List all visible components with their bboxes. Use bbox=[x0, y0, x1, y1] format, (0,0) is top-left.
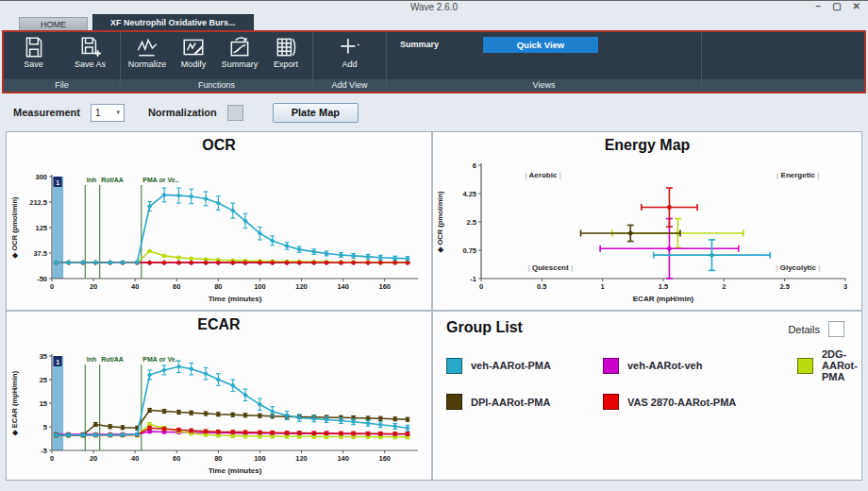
view-summary-button[interactable]: Summary bbox=[400, 40, 439, 49]
normalize-button[interactable]: Normalize bbox=[125, 35, 169, 69]
normalize-icon bbox=[135, 35, 159, 59]
ribbon-group-views: Summary Quick View Views bbox=[387, 32, 702, 92]
svg-text:160: 160 bbox=[378, 454, 391, 463]
svg-text:80: 80 bbox=[214, 282, 222, 291]
export-button[interactable]: Export bbox=[264, 35, 308, 69]
svg-text:40: 40 bbox=[131, 454, 139, 463]
save-label: Save bbox=[24, 59, 43, 69]
svg-text:PMA or Ve..: PMA or Ve.. bbox=[142, 177, 178, 183]
svg-text:60: 60 bbox=[173, 282, 180, 291]
modify-button[interactable]: Modify bbox=[172, 35, 215, 69]
svg-text:20: 20 bbox=[90, 454, 97, 463]
svg-text:Inh: Inh bbox=[87, 356, 97, 363]
ocr-panel-title: OCR bbox=[7, 137, 431, 154]
ribbon-toolbar: Save Save As File Normalize bbox=[2, 30, 866, 93]
svg-text:212.5: 212.5 bbox=[29, 198, 47, 207]
svg-text:0.75: 0.75 bbox=[462, 246, 476, 255]
svg-text:160: 160 bbox=[378, 282, 391, 291]
ecar-panel: ECAR 13525155-5020406080100120140160Time… bbox=[7, 312, 431, 480]
details-checkbox[interactable] bbox=[828, 321, 844, 337]
normalize-label: Normalize bbox=[128, 59, 167, 69]
svg-text:2.5: 2.5 bbox=[467, 218, 476, 227]
svg-text:1: 1 bbox=[56, 179, 59, 186]
export-label: Export bbox=[274, 59, 298, 69]
group-item-2dg-aarot-pma[interactable]: 2DG-AARot-PMA bbox=[797, 348, 858, 382]
modify-icon bbox=[181, 35, 206, 59]
normalization-checkbox[interactable] bbox=[227, 105, 243, 121]
measurement-dropdown[interactable]: 1 ▾ bbox=[91, 104, 125, 122]
svg-text:2: 2 bbox=[722, 282, 726, 291]
save-as-button[interactable]: Save As bbox=[69, 35, 112, 69]
ribbon-group-label-functions: Functions bbox=[121, 79, 312, 92]
group-list-panel: Group List Details veh-AARot-PMA veh-AAR… bbox=[433, 312, 861, 480]
close-icon[interactable]: ✕ bbox=[853, 1, 860, 11]
ribbon-group-label-views: Views bbox=[387, 79, 701, 92]
controls-bar: Measurement 1 ▾ Normalization Plate Map bbox=[0, 93, 868, 131]
svg-text:35: 35 bbox=[40, 352, 47, 361]
group-item-label: veh-AARot-veh bbox=[627, 360, 702, 371]
svg-text:Rot/AA: Rot/AA bbox=[101, 356, 124, 363]
group-list-title: Group List bbox=[446, 319, 523, 336]
svg-text:80: 80 bbox=[214, 454, 222, 463]
energy-map-chart: 64.252.50.75-100.511.522.53ECAR (mpH/min… bbox=[434, 154, 860, 303]
summary-function-label: Summary bbox=[222, 59, 259, 69]
energy-map-panel: Energy Map 64.252.50.75-100.511.522.53EC… bbox=[433, 132, 861, 310]
svg-text:100: 100 bbox=[254, 454, 266, 463]
summary-icon bbox=[227, 35, 252, 59]
group-item-label: 2DG-AARot-PMA bbox=[822, 348, 858, 382]
svg-text:| Energetic |: | Energetic | bbox=[776, 171, 819, 179]
chevron-down-icon: ▾ bbox=[116, 109, 120, 116]
save-icon bbox=[22, 35, 46, 59]
svg-text:◆ OCR (pmol/min): ◆ OCR (pmol/min) bbox=[10, 196, 19, 259]
svg-text:140: 140 bbox=[337, 454, 349, 463]
group-item-dpi-aarot-pma[interactable]: DPI-AARot-PMA bbox=[446, 394, 603, 410]
view-quick-view-button[interactable]: Quick View bbox=[483, 37, 598, 53]
group-item-label: VAS 2870-AARot-PMA bbox=[627, 397, 736, 408]
group-swatch-brown bbox=[446, 394, 462, 410]
modify-label: Modify bbox=[181, 59, 207, 69]
svg-text:0: 0 bbox=[479, 282, 483, 291]
svg-text:15: 15 bbox=[40, 399, 47, 408]
svg-text:-50: -50 bbox=[37, 275, 47, 283]
group-swatch-red bbox=[603, 394, 619, 410]
ribbon-group-functions: Normalize Modify Summary bbox=[121, 32, 313, 92]
svg-text:| Quiescent |: | Quiescent | bbox=[528, 263, 574, 272]
tab-xf-neutrophil[interactable]: XF Neutrophil Oxidative Burs... bbox=[92, 14, 254, 30]
svg-text:100: 100 bbox=[254, 282, 266, 291]
group-item-veh-aarot-pma[interactable]: veh-AARot-PMA bbox=[446, 348, 603, 382]
svg-text:Inh: Inh bbox=[87, 177, 97, 183]
ribbon-group-addview: Add Add View bbox=[313, 32, 387, 92]
minimize-icon[interactable]: – bbox=[816, 1, 822, 11]
svg-text:1.5: 1.5 bbox=[659, 282, 668, 291]
svg-text:40: 40 bbox=[131, 282, 139, 291]
svg-text:◆ ECAR (mpH/min): ◆ ECAR (mpH/min) bbox=[10, 370, 19, 436]
energy-map-panel-title: Energy Map bbox=[433, 137, 861, 154]
svg-text:120: 120 bbox=[295, 282, 308, 291]
save-button[interactable]: Save bbox=[12, 35, 56, 69]
svg-text:1: 1 bbox=[601, 282, 605, 291]
svg-text:3: 3 bbox=[843, 282, 847, 291]
tab-home[interactable]: HOME bbox=[19, 17, 88, 30]
save-as-label: Save As bbox=[75, 59, 106, 69]
ribbon-group-label-addview: Add View bbox=[313, 79, 386, 92]
svg-text:◆ OCR (pmol/min): ◆ OCR (pmol/min) bbox=[436, 191, 444, 253]
maximize-icon[interactable]: ▢ bbox=[832, 1, 841, 11]
add-button[interactable]: Add bbox=[328, 35, 372, 69]
ribbon-group-file: Save Save As File bbox=[4, 32, 121, 92]
svg-text:25: 25 bbox=[40, 376, 47, 384]
group-item-veh-aarot-veh[interactable]: veh-AARot-veh bbox=[603, 348, 797, 382]
summary-button[interactable]: Summary bbox=[218, 35, 261, 69]
svg-text:120: 120 bbox=[295, 454, 308, 463]
ocr-chart: 1300212.512537.5-50020406080100120140160… bbox=[8, 154, 429, 303]
tab-bar: HOME XF Neutrophil Oxidative Burs... bbox=[0, 14, 868, 30]
group-item-vas2870-aarot-pma[interactable]: VAS 2870-AARot-PMA bbox=[603, 394, 797, 410]
svg-text:Time (minutes): Time (minutes) bbox=[209, 295, 262, 303]
group-item-label: veh-AARot-PMA bbox=[471, 360, 551, 371]
export-icon bbox=[274, 35, 298, 59]
svg-text:ECAR (mpH/min): ECAR (mpH/min) bbox=[633, 295, 694, 303]
save-as-icon bbox=[78, 35, 103, 59]
svg-text:PMA or Ve..: PMA or Ve.. bbox=[142, 356, 178, 363]
svg-text:5: 5 bbox=[43, 423, 47, 432]
plate-map-button[interactable]: Plate Map bbox=[273, 103, 359, 123]
title-bar: Wave 2.6.0 – ▢ ✕ bbox=[0, 1, 868, 14]
